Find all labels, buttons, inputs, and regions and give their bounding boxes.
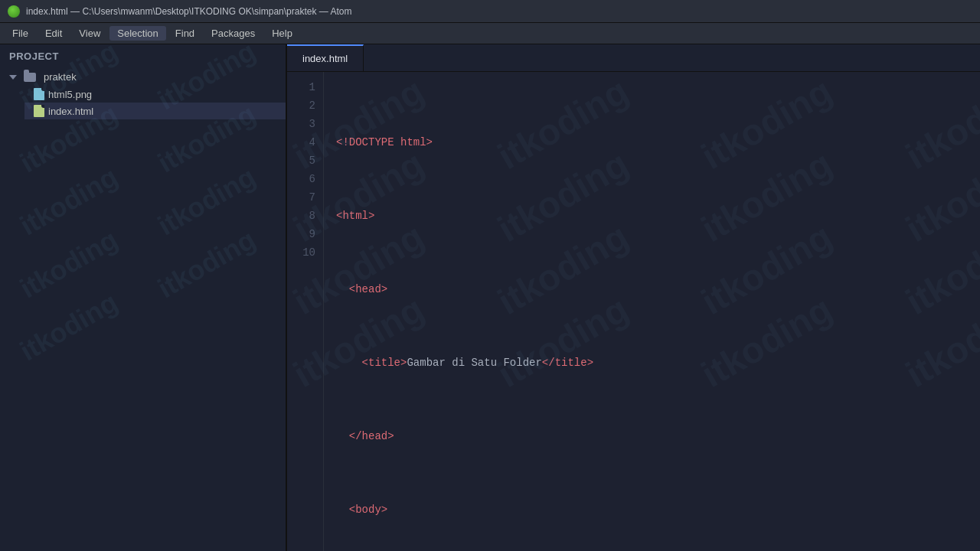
titlebar: index.html — C:\Users\mwanm\Desktop\ITKO… [0,0,980,23]
line-num-9: 9 [287,225,315,243]
line-num-4: 4 [287,133,315,152]
png-file-icon [34,88,44,100]
window-title: index.html — C:\Users\mwanm\Desktop\ITKO… [26,6,351,17]
line-num-3: 3 [287,115,315,133]
menu-packages[interactable]: Packages [204,26,263,41]
atom-logo-icon [8,5,20,18]
sidebar-header: Project [0,44,286,68]
line-num-10: 10 [287,243,315,262]
title-filename: index.html [26,6,68,17]
menu-view[interactable]: View [71,26,108,41]
menu-find[interactable]: Find [168,26,202,41]
title-path: — C:\Users\mwanm\Desktop\ITKODING OK\sim… [70,6,351,17]
code-line-3: <head> [336,280,980,298]
html-file-icon [34,105,44,117]
file-index-html[interactable]: index.html [24,103,286,119]
sidebar: Project praktek html5.png index.html itk… [0,44,287,551]
menubar: File Edit View Selection Find Packages H… [0,23,980,44]
line-num-8: 8 [287,207,315,225]
code-line-6: <body> [336,500,980,519]
file-html5-png[interactable]: html5.png [24,86,286,103]
chevron-down-icon [9,75,17,80]
file-html5-png-label: html5.png [48,89,92,100]
code-line-2: <html> [336,207,980,225]
line-num-5: 5 [287,152,315,170]
line-num-2: 2 [287,96,315,115]
tab-index-html[interactable]: index.html [287,44,364,71]
line-num-7: 7 [287,188,315,207]
sidebar-watermark: itkoding itkoding itkoding itkoding itko… [0,44,286,551]
folder-label: praktek [44,71,77,83]
main-layout: Project praktek html5.png index.html itk… [0,44,980,551]
tab-bar: index.html [287,44,980,72]
menu-file[interactable]: File [5,26,36,41]
code-line-1: <!DOCTYPE html> [336,133,980,152]
folder-praktek[interactable]: praktek [0,68,286,86]
line-num-1: 1 [287,78,315,96]
menu-edit[interactable]: Edit [38,26,70,41]
code-line-5: </head> [336,427,980,445]
line-numbers: 1 2 3 4 5 6 7 8 9 10 [287,72,324,551]
menu-help[interactable]: Help [264,26,300,41]
menu-selection[interactable]: Selection [109,26,165,41]
folder-icon [24,73,36,82]
editor-panel: index.html 1 2 3 4 5 6 7 8 9 10 <!DOCTYP… [287,44,980,551]
line-num-6: 6 [287,170,315,188]
code-content[interactable]: <!DOCTYPE html> <html> <head> <title>Gam… [324,72,980,551]
file-index-html-label: index.html [48,106,93,117]
code-area: 1 2 3 4 5 6 7 8 9 10 <!DOCTYPE html> <ht… [287,72,980,551]
code-line-4: <title>Gambar di Satu Folder</title> [336,354,980,372]
